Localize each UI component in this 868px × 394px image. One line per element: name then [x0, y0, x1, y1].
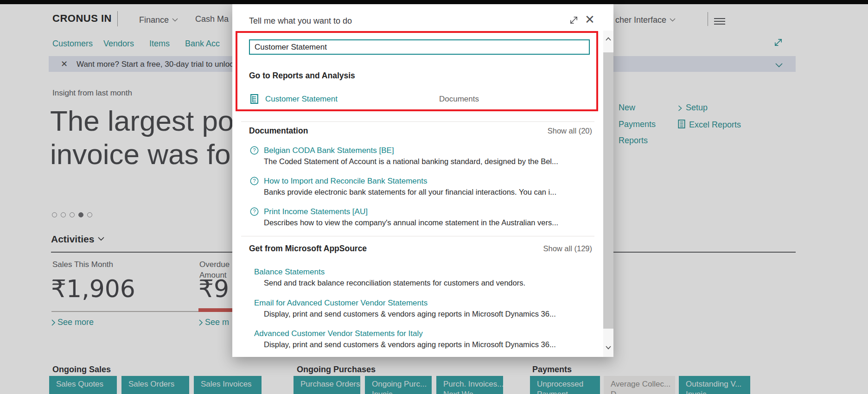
svg-text:?: ? — [253, 178, 255, 184]
dialog-close-icon[interactable]: ✕ — [585, 13, 595, 25]
appsource-item-title[interactable]: Advanced Customer Vendor Statements for … — [254, 329, 423, 338]
scrollbar-up-icon[interactable] — [603, 31, 613, 48]
appsource-show-all-link[interactable]: Show all (129) — [543, 244, 592, 253]
help-circle-icon: ? — [250, 146, 259, 157]
appsource-item-desc: Display, print and send customers & vend… — [264, 310, 556, 318]
doc-item-title[interactable]: Belgian CODA Bank Statements [BE] — [264, 146, 394, 155]
doc-item-desc: Describes how to view the company's annu… — [264, 218, 558, 227]
result-title[interactable]: Customer Statement — [265, 95, 338, 104]
help-circle-icon: ? — [250, 207, 259, 218]
scrollbar-thumb[interactable] — [603, 52, 613, 329]
section-divider — [241, 121, 594, 122]
svg-text:?: ? — [253, 209, 255, 214]
goto-section-header: Go to Reports and Analysis — [249, 71, 355, 81]
report-icon — [250, 94, 258, 106]
documentation-show-all-link[interactable]: Show all (20) — [548, 127, 592, 135]
screen: CRONUS IN Finance Cash Ma cher Interface… — [0, 0, 868, 394]
doc-item-title[interactable]: How to Import and Reconcile Bank Stateme… — [264, 177, 427, 186]
top-black-bar — [0, 0, 868, 4]
svg-text:?: ? — [253, 147, 255, 153]
tell-me-dialog: Tell me what you want to do ✕ Go to Repo… — [232, 4, 613, 357]
help-circle-icon: ? — [250, 177, 259, 187]
documentation-header: Documentation — [249, 126, 308, 136]
dialog-title: Tell me what you want to do — [249, 16, 352, 26]
section-divider — [241, 236, 594, 236]
appsource-item-desc: Send and track balance reconciliation st… — [264, 279, 525, 287]
appsource-item-desc: Display, print and send customers & vend… — [264, 340, 556, 349]
appsource-header: Get from Microsoft AppSource — [249, 244, 367, 254]
doc-item-desc: The Coded Statement of Account is a nati… — [264, 157, 558, 166]
dialog-expand-icon[interactable] — [569, 15, 579, 27]
tell-me-search-input[interactable] — [249, 39, 590, 55]
doc-item-desc: Banks provide electronic bank statements… — [264, 188, 556, 197]
result-category: Documents — [439, 95, 479, 104]
scrollbar-down-icon[interactable] — [603, 339, 613, 357]
doc-item-title[interactable]: Print Income Statements [AU] — [264, 207, 368, 216]
appsource-item-title[interactable]: Balance Statements — [254, 267, 325, 277]
dialog-scrollbar[interactable] — [603, 31, 613, 357]
appsource-item-title[interactable]: Email for Advanced Customer Vendor State… — [254, 299, 428, 308]
